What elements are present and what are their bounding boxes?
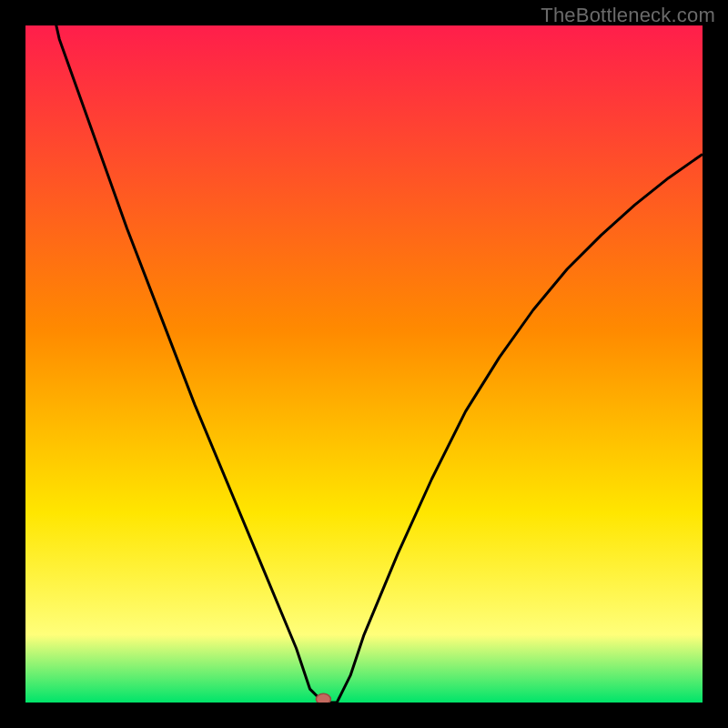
- watermark-text: TheBottleneck.com: [541, 4, 715, 27]
- chart-gradient-bg: [25, 25, 703, 703]
- chart-frame: { "watermark": "TheBottleneck.com", "cha…: [0, 0, 728, 728]
- chart-svg: [0, 0, 728, 728]
